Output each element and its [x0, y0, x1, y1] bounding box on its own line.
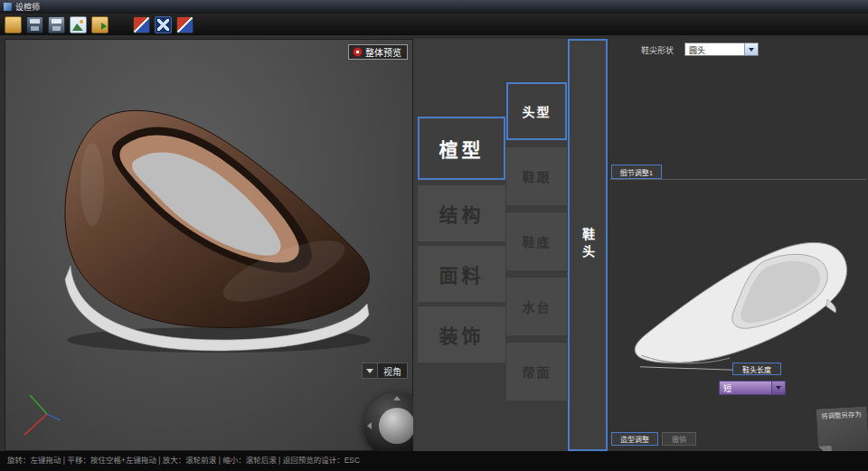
category-menu-region: 楦型 结构 面料 装饰 头型 鞋跟 鞋底 水台 帮面 鞋头: [413, 39, 608, 451]
window-title: 设楦师: [15, 1, 40, 13]
overall-preview-button[interactable]: 整体预览: [348, 44, 408, 60]
import-model-icon[interactable]: [91, 16, 108, 33]
submenu-item-sole[interactable]: 鞋底: [506, 212, 567, 270]
toe-preview-model[interactable]: [628, 211, 854, 382]
toe-length-label[interactable]: 鞋头长度: [732, 363, 781, 375]
shape-adjust-button[interactable]: 造型调整: [611, 432, 658, 446]
dropdown-arrow-icon: [749, 48, 754, 52]
menu-item-fabric[interactable]: 面料: [418, 246, 505, 302]
3d-viewport[interactable]: 整体预览 视角: [5, 39, 413, 451]
title-bar[interactable]: 设楦师: [0, 0, 868, 14]
status-bar: 旋转：左键拖动 | 平移：按住空格+左键拖动 | 放大：滚轮前滚 | 缩小：滚轮…: [0, 451, 868, 471]
toe-shape-dropdown-button[interactable]: [744, 43, 758, 55]
orbit-sphere[interactable]: [379, 408, 415, 444]
submenu-item-platform[interactable]: 水台: [506, 278, 567, 335]
properties-panel: 鞋尖形状 圆头 细节调整1 鞋头长度 短 造型调整 撤销: [608, 39, 868, 451]
fit-view-icon[interactable]: [155, 16, 172, 33]
export-image-icon[interactable]: [70, 16, 87, 33]
category-panel-toe[interactable]: 鞋头: [568, 39, 608, 451]
toe-shape-label: 鞋尖形状: [641, 44, 674, 56]
preview-logo-icon: [353, 47, 363, 57]
render-toggle-icon[interactable]: [176, 16, 193, 33]
toe-length-dropdown-button[interactable]: [771, 382, 785, 394]
chevron-down-icon: [366, 369, 373, 373]
render-compare-icon[interactable]: [133, 16, 150, 33]
toe-shape-select[interactable]: 圆头: [684, 42, 759, 56]
orbit-left-icon: [367, 422, 372, 429]
submenu-item-toe-shape[interactable]: 头型: [506, 82, 567, 140]
status-hint-text: 旋转：左键拖动 | 平移：按住空格+左键拖动 | 放大：滚轮前滚 | 缩小：滚轮…: [7, 456, 360, 465]
undo-button[interactable]: 撤销: [662, 432, 696, 446]
toe-shape-value: 圆头: [685, 43, 744, 55]
save-all-icon[interactable]: [48, 16, 65, 33]
app-icon: [4, 3, 12, 11]
view-angle-label: 视角: [378, 364, 407, 378]
toe-length-value: 短: [720, 382, 771, 394]
menu-item-structure[interactable]: 结构: [418, 185, 505, 241]
axis-gizmo-icon: [20, 392, 63, 438]
orbit-up-icon: [393, 396, 401, 400]
menu-item-decoration[interactable]: 装饰: [418, 306, 505, 363]
menu-item-last-shape[interactable]: 楦型: [418, 117, 505, 180]
view-angle-dropdown[interactable]: 视角: [362, 363, 408, 379]
detail-adjust-tab[interactable]: 细节调整1: [611, 165, 662, 179]
shoe-3d-model[interactable]: [47, 94, 383, 365]
overall-preview-label: 整体预览: [365, 45, 401, 59]
toolbar: [0, 14, 868, 35]
submenu-item-heel[interactable]: 鞋跟: [506, 147, 567, 205]
app-window: 设楦师: [0, 0, 868, 471]
toe-length-select[interactable]: 短: [719, 381, 786, 395]
open-icon[interactable]: [5, 16, 22, 33]
submenu-item-upper[interactable]: 帮面: [506, 343, 567, 400]
save-icon[interactable]: [26, 16, 43, 33]
dropdown-arrow-icon: [776, 386, 781, 390]
chevron-box[interactable]: [363, 363, 378, 378]
